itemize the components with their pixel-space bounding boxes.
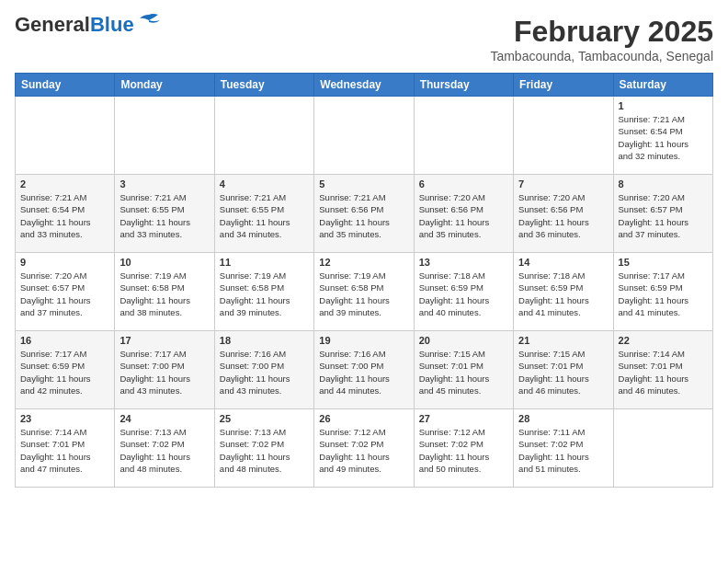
day-number: 24 <box>119 413 209 424</box>
calendar-cell: 19Sunrise: 7:16 AMSunset: 7:00 PMDayligh… <box>314 331 414 409</box>
day-info: Sunrise: 7:16 AMSunset: 7:00 PMDaylight:… <box>220 348 309 396</box>
day-info: Sunrise: 7:11 AMSunset: 7:02 PMDaylight:… <box>518 426 608 475</box>
day-info: Sunrise: 7:17 AMSunset: 6:59 PMDaylight:… <box>619 270 708 318</box>
calendar-cell: 11Sunrise: 7:19 AMSunset: 6:58 PMDayligh… <box>214 253 313 331</box>
day-number: 21 <box>518 335 608 346</box>
day-number: 26 <box>319 413 408 424</box>
day-info: Sunrise: 7:20 AMSunset: 6:57 PMDaylight:… <box>619 191 708 240</box>
calendar-cell: 13Sunrise: 7:18 AMSunset: 6:59 PMDayligh… <box>414 253 513 331</box>
day-info: Sunrise: 7:21 AMSunset: 6:54 PMDaylight:… <box>20 191 109 240</box>
day-info: Sunrise: 7:21 AMSunset: 6:56 PMDaylight:… <box>319 191 408 240</box>
calendar-cell: 8Sunrise: 7:20 AMSunset: 6:57 PMDaylight… <box>613 175 712 253</box>
day-number: 7 <box>518 178 608 190</box>
day-info: Sunrise: 7:19 AMSunset: 6:58 PMDaylight:… <box>220 270 309 318</box>
page-title: February 2025 <box>490 15 713 49</box>
weekday-header-wednesday: Wednesday <box>314 74 414 97</box>
calendar: SundayMondayTuesdayWednesdayThursdayFrid… <box>15 73 713 488</box>
calendar-week-0: 1Sunrise: 7:21 AMSunset: 6:54 PMDaylight… <box>16 97 713 175</box>
weekday-header-tuesday: Tuesday <box>214 74 313 97</box>
logo-bird-icon <box>136 13 162 29</box>
day-info: Sunrise: 7:13 AMSunset: 7:02 PMDaylight:… <box>220 426 309 475</box>
calendar-cell: 25Sunrise: 7:13 AMSunset: 7:02 PMDayligh… <box>214 409 313 488</box>
calendar-cell: 15Sunrise: 7:17 AMSunset: 6:59 PMDayligh… <box>613 253 712 331</box>
calendar-cell: 21Sunrise: 7:15 AMSunset: 7:01 PMDayligh… <box>514 331 613 409</box>
day-number: 23 <box>20 413 109 424</box>
day-number: 9 <box>20 257 109 268</box>
day-number: 3 <box>119 178 209 190</box>
day-number: 8 <box>619 178 708 190</box>
calendar-cell: 26Sunrise: 7:12 AMSunset: 7:02 PMDayligh… <box>314 409 414 488</box>
calendar-cell: 5Sunrise: 7:21 AMSunset: 6:56 PMDaylight… <box>314 175 414 253</box>
logo-blue: Blue <box>90 13 134 36</box>
day-number: 27 <box>419 413 508 424</box>
day-info: Sunrise: 7:14 AMSunset: 7:01 PMDaylight:… <box>20 426 109 475</box>
weekday-header-monday: Monday <box>115 74 214 97</box>
day-number: 15 <box>619 257 708 268</box>
calendar-cell: 3Sunrise: 7:21 AMSunset: 6:55 PMDaylight… <box>115 175 214 253</box>
calendar-cell: 20Sunrise: 7:15 AMSunset: 7:01 PMDayligh… <box>414 331 513 409</box>
logo: GeneralBlue <box>15 15 162 35</box>
day-info: Sunrise: 7:19 AMSunset: 6:58 PMDaylight:… <box>119 270 209 318</box>
calendar-cell: 24Sunrise: 7:13 AMSunset: 7:02 PMDayligh… <box>115 409 214 488</box>
calendar-cell: 4Sunrise: 7:21 AMSunset: 6:55 PMDaylight… <box>214 175 313 253</box>
day-info: Sunrise: 7:16 AMSunset: 7:00 PMDaylight:… <box>319 348 408 396</box>
day-number: 12 <box>319 257 408 268</box>
calendar-cell: 18Sunrise: 7:16 AMSunset: 7:00 PMDayligh… <box>214 331 313 409</box>
logo-general: General <box>15 13 90 36</box>
page-subtitle: Tambacounda, Tambacounda, Senegal <box>490 49 713 63</box>
calendar-week-1: 2Sunrise: 7:21 AMSunset: 6:54 PMDaylight… <box>16 175 713 253</box>
title-block: February 2025 Tambacounda, Tambacounda, … <box>490 15 713 63</box>
calendar-cell: 9Sunrise: 7:20 AMSunset: 6:57 PMDaylight… <box>16 253 115 331</box>
calendar-cell: 12Sunrise: 7:19 AMSunset: 6:58 PMDayligh… <box>314 253 414 331</box>
calendar-week-4: 23Sunrise: 7:14 AMSunset: 7:01 PMDayligh… <box>16 409 713 488</box>
calendar-cell: 28Sunrise: 7:11 AMSunset: 7:02 PMDayligh… <box>514 409 613 488</box>
weekday-header-sunday: Sunday <box>16 74 115 97</box>
calendar-header-row: SundayMondayTuesdayWednesdayThursdayFrid… <box>16 74 713 97</box>
weekday-header-saturday: Saturday <box>613 74 712 97</box>
day-info: Sunrise: 7:15 AMSunset: 7:01 PMDaylight:… <box>518 348 608 396</box>
day-info: Sunrise: 7:18 AMSunset: 6:59 PMDaylight:… <box>518 270 608 318</box>
calendar-cell: 17Sunrise: 7:17 AMSunset: 7:00 PMDayligh… <box>115 331 214 409</box>
day-number: 2 <box>20 178 109 190</box>
calendar-week-3: 16Sunrise: 7:17 AMSunset: 6:59 PMDayligh… <box>16 331 713 409</box>
day-info: Sunrise: 7:17 AMSunset: 6:59 PMDaylight:… <box>20 348 109 396</box>
calendar-cell <box>214 97 313 175</box>
day-info: Sunrise: 7:15 AMSunset: 7:01 PMDaylight:… <box>419 348 508 396</box>
calendar-cell: 23Sunrise: 7:14 AMSunset: 7:01 PMDayligh… <box>16 409 115 488</box>
day-info: Sunrise: 7:14 AMSunset: 7:01 PMDaylight:… <box>619 348 708 396</box>
weekday-header-friday: Friday <box>514 74 613 97</box>
day-info: Sunrise: 7:20 AMSunset: 6:57 PMDaylight:… <box>20 270 109 318</box>
day-info: Sunrise: 7:17 AMSunset: 7:00 PMDaylight:… <box>119 348 209 396</box>
day-number: 11 <box>220 257 309 268</box>
day-info: Sunrise: 7:12 AMSunset: 7:02 PMDaylight:… <box>419 426 508 475</box>
calendar-cell: 16Sunrise: 7:17 AMSunset: 6:59 PMDayligh… <box>16 331 115 409</box>
calendar-cell <box>314 97 414 175</box>
calendar-cell <box>414 97 513 175</box>
calendar-cell: 7Sunrise: 7:20 AMSunset: 6:56 PMDaylight… <box>514 175 613 253</box>
calendar-cell <box>514 97 613 175</box>
day-info: Sunrise: 7:21 AMSunset: 6:55 PMDaylight:… <box>119 191 209 240</box>
weekday-header-thursday: Thursday <box>414 74 513 97</box>
day-number: 1 <box>619 100 708 111</box>
day-number: 25 <box>220 413 309 424</box>
day-number: 19 <box>319 335 408 346</box>
calendar-cell: 6Sunrise: 7:20 AMSunset: 6:56 PMDaylight… <box>414 175 513 253</box>
day-info: Sunrise: 7:21 AMSunset: 6:54 PMDaylight:… <box>619 113 708 162</box>
day-number: 22 <box>619 335 708 346</box>
day-number: 16 <box>20 335 109 346</box>
calendar-cell <box>613 409 712 488</box>
calendar-cell: 22Sunrise: 7:14 AMSunset: 7:01 PMDayligh… <box>613 331 712 409</box>
day-number: 18 <box>220 335 309 346</box>
calendar-cell: 14Sunrise: 7:18 AMSunset: 6:59 PMDayligh… <box>514 253 613 331</box>
day-number: 28 <box>518 413 608 424</box>
day-number: 10 <box>119 257 209 268</box>
day-number: 17 <box>119 335 209 346</box>
calendar-cell: 10Sunrise: 7:19 AMSunset: 6:58 PMDayligh… <box>115 253 214 331</box>
calendar-week-2: 9Sunrise: 7:20 AMSunset: 6:57 PMDaylight… <box>16 253 713 331</box>
day-number: 13 <box>419 257 508 268</box>
day-info: Sunrise: 7:20 AMSunset: 6:56 PMDaylight:… <box>518 191 608 240</box>
day-number: 20 <box>419 335 508 346</box>
calendar-cell: 1Sunrise: 7:21 AMSunset: 6:54 PMDaylight… <box>613 97 712 175</box>
day-info: Sunrise: 7:12 AMSunset: 7:02 PMDaylight:… <box>319 426 408 475</box>
day-number: 5 <box>319 178 408 190</box>
